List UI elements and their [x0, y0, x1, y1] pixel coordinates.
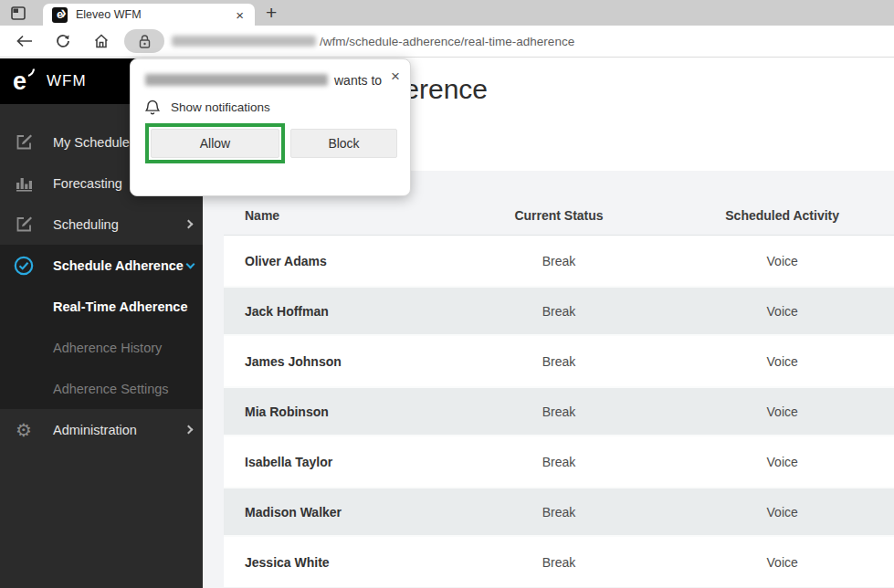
- sidebar-item-label: Scheduling: [53, 217, 119, 232]
- sidebar-item-schedule-adherence[interactable]: Schedule Adherence: [0, 245, 203, 286]
- sidebar-item-label: Adherence Settings: [53, 382, 169, 396]
- scheduled-activity: Voice: [670, 354, 894, 369]
- current-status: Break: [447, 304, 671, 319]
- permission-request-text: wants to: [145, 71, 384, 91]
- current-status: Break: [447, 354, 671, 369]
- chevron-right-icon: [184, 220, 194, 229]
- table-row[interactable]: Oliver Adams Break Voice: [224, 236, 894, 286]
- agent-name: Isabella Taylor: [224, 455, 447, 469]
- tab-title: Eleveo WFM: [76, 8, 232, 21]
- current-status: Break: [447, 555, 671, 570]
- agent-name: James Johnson: [224, 354, 447, 369]
- logo-mark: [27, 68, 37, 77]
- table-row[interactable]: Madison Walker Break Voice: [224, 487, 894, 537]
- eleveo-favicon: e❯: [52, 7, 68, 23]
- gear-icon: ⚙: [10, 419, 37, 441]
- scheduled-activity: Voice: [670, 455, 894, 469]
- url-path-text: /wfm/schedule-adherence/real-time-adhere…: [320, 35, 574, 48]
- agent-name: Oliver Adams: [224, 254, 447, 268]
- allow-button[interactable]: Allow: [151, 129, 279, 158]
- close-icon[interactable]: ×: [391, 68, 400, 86]
- back-icon[interactable]: [11, 28, 38, 54]
- edit-icon: [10, 133, 37, 151]
- sidebar-item-adherence-settings[interactable]: Adherence Settings: [0, 368, 203, 409]
- table-row[interactable]: Jessica White Break Voice: [224, 537, 894, 587]
- popup-buttons: Allow Block: [145, 123, 397, 163]
- address-bar[interactable]: /wfm/schedule-adherence/real-time-adhere…: [124, 28, 894, 54]
- agent-name: Madison Walker: [224, 505, 447, 520]
- eleveo-logo: e: [13, 69, 26, 94]
- home-glyph: [94, 34, 109, 48]
- bar-chart-icon: [10, 175, 37, 192]
- redacted-url-domain: [172, 36, 316, 47]
- check-circle-icon: [10, 256, 37, 276]
- lock-icon: [139, 35, 151, 48]
- table-row[interactable]: Isabella Taylor Break Voice: [224, 436, 894, 487]
- new-tab-button[interactable]: +: [266, 5, 277, 21]
- current-status: Break: [447, 404, 671, 419]
- scheduled-activity: Voice: [670, 555, 894, 570]
- bell-icon: [145, 100, 161, 116]
- sidebar-item-label: Adherence History: [53, 341, 162, 355]
- wants-to-text: wants to: [334, 73, 382, 88]
- adherence-table: Name Current Status Scheduled Activity O…: [203, 171, 894, 588]
- scheduled-activity: Voice: [670, 404, 894, 419]
- sidebar-item-adherence-history[interactable]: Adherence History: [0, 327, 203, 368]
- sidebar-item-label: Forecasting: [53, 176, 122, 191]
- sidebar-item-label: My Schedule: [53, 135, 130, 150]
- sidebar-item-label: Real-Time Adherence: [53, 299, 187, 314]
- redacted-site-domain: [145, 74, 328, 86]
- sidebar-item-real-time-adherence[interactable]: Real-Time Adherence: [0, 286, 203, 327]
- current-status: Break: [447, 254, 671, 268]
- current-status: Break: [447, 455, 671, 469]
- agent-name: Mia Robinson: [224, 404, 447, 419]
- column-header-current-status[interactable]: Current Status: [447, 208, 671, 223]
- sidebar-item-administration[interactable]: ⚙ Administration: [0, 409, 203, 450]
- agent-name: Jack Hoffman: [224, 304, 447, 319]
- tab-layout-glyph: [11, 6, 26, 20]
- refresh-icon[interactable]: [49, 28, 77, 54]
- column-header-name[interactable]: Name: [224, 208, 447, 223]
- notification-permission-popup: × wants to Show notifications Allow Bloc…: [130, 58, 411, 196]
- home-icon[interactable]: [88, 28, 115, 54]
- browser-toolbar: /wfm/schedule-adherence/real-time-adhere…: [0, 26, 894, 58]
- scheduled-activity: Voice: [670, 254, 894, 268]
- browser-tab-strip: e❯ Eleveo WFM × +: [0, 0, 894, 26]
- back-glyph: [16, 35, 33, 47]
- permission-row: Show notifications: [145, 100, 397, 116]
- column-header-scheduled-activity[interactable]: Scheduled Activity: [670, 208, 894, 223]
- table-row[interactable]: Jack Hoffman Break Voice: [224, 286, 894, 336]
- table-body: Oliver Adams Break Voice Jack Hoffman Br…: [224, 236, 894, 587]
- sidebar-item-scheduling[interactable]: Scheduling: [0, 204, 203, 245]
- refresh-glyph: [56, 34, 70, 48]
- chevron-right-icon: [184, 425, 194, 435]
- edit-icon: [10, 215, 37, 233]
- permission-label: Show notifications: [171, 100, 270, 114]
- tab-layout-icon[interactable]: [6, 3, 30, 23]
- table-row[interactable]: James Johnson Break Voice: [224, 336, 894, 386]
- scheduled-activity: Voice: [670, 304, 894, 319]
- site-info-pill[interactable]: [124, 29, 164, 53]
- brand-name: WFM: [47, 72, 87, 90]
- green-annotation-box: Allow: [145, 123, 285, 163]
- sidebar-item-label: Administration: [53, 423, 137, 437]
- table-row[interactable]: Mia Robinson Break Voice: [224, 386, 894, 436]
- agent-name: Jessica White: [224, 555, 447, 570]
- scheduled-activity: Voice: [670, 505, 894, 520]
- logo-letter: e: [13, 68, 26, 95]
- schedule-adherence-section: Schedule Adherence Real-Time Adherence A…: [0, 245, 203, 409]
- block-button[interactable]: Block: [290, 129, 397, 158]
- current-status: Break: [447, 505, 671, 520]
- chevron-down-icon: [186, 259, 195, 268]
- tab-close-icon[interactable]: ×: [232, 7, 247, 23]
- sidebar-item-label: Schedule Adherence: [53, 258, 184, 273]
- browser-tab[interactable]: e❯ Eleveo WFM ×: [43, 4, 255, 26]
